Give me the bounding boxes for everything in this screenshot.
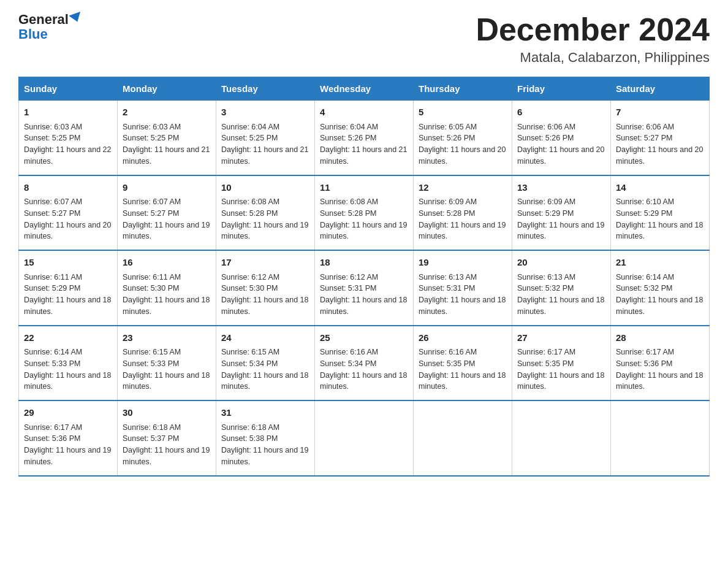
- calendar-day-cell: 28Sunrise: 6:17 AMSunset: 5:36 PMDayligh…: [611, 326, 710, 401]
- day-number: 14: [616, 181, 704, 195]
- calendar-day-cell: 23Sunrise: 6:15 AMSunset: 5:33 PMDayligh…: [118, 326, 216, 401]
- location-title: Matala, Calabarzon, Philippines: [476, 50, 710, 66]
- calendar-empty-cell: [611, 400, 710, 476]
- day-info: Sunrise: 6:14 AMSunset: 5:33 PMDaylight:…: [24, 347, 112, 393]
- calendar-day-cell: 31Sunrise: 6:18 AMSunset: 5:38 PMDayligh…: [216, 400, 315, 476]
- day-number: 4: [320, 105, 408, 120]
- calendar-day-cell: 14Sunrise: 6:10 AMSunset: 5:29 PMDayligh…: [611, 175, 710, 251]
- header-sunday: Sunday: [19, 77, 118, 101]
- day-info: Sunrise: 6:18 AMSunset: 5:38 PMDaylight:…: [221, 422, 309, 468]
- calendar-day-cell: 3Sunrise: 6:04 AMSunset: 5:25 PMDaylight…: [216, 101, 315, 175]
- day-info: Sunrise: 6:17 AMSunset: 5:36 PMDaylight:…: [24, 422, 112, 468]
- day-info: Sunrise: 6:05 AMSunset: 5:26 PMDaylight:…: [419, 121, 507, 167]
- day-info: Sunrise: 6:03 AMSunset: 5:25 PMDaylight:…: [123, 121, 211, 167]
- day-info: Sunrise: 6:11 AMSunset: 5:30 PMDaylight:…: [123, 272, 211, 318]
- header-wednesday: Wednesday: [315, 77, 414, 101]
- day-number: 8: [24, 181, 112, 195]
- day-number: 25: [320, 331, 408, 345]
- day-number: 21: [616, 256, 704, 270]
- day-info: Sunrise: 6:18 AMSunset: 5:37 PMDaylight:…: [123, 422, 211, 468]
- calendar-day-cell: 6Sunrise: 6:06 AMSunset: 5:26 PMDaylight…: [512, 101, 611, 175]
- day-info: Sunrise: 6:03 AMSunset: 5:25 PMDaylight:…: [24, 121, 112, 167]
- day-info: Sunrise: 6:06 AMSunset: 5:27 PMDaylight:…: [616, 121, 704, 167]
- calendar-day-cell: 7Sunrise: 6:06 AMSunset: 5:27 PMDaylight…: [611, 101, 710, 175]
- logo: General Blue: [18, 12, 82, 42]
- day-number: 30: [123, 406, 211, 420]
- calendar-day-cell: 10Sunrise: 6:08 AMSunset: 5:28 PMDayligh…: [216, 175, 315, 251]
- calendar-day-cell: 1Sunrise: 6:03 AMSunset: 5:25 PMDaylight…: [19, 101, 118, 175]
- calendar-empty-cell: [315, 400, 414, 476]
- calendar-day-cell: 26Sunrise: 6:16 AMSunset: 5:35 PMDayligh…: [414, 326, 512, 401]
- calendar-day-cell: 22Sunrise: 6:14 AMSunset: 5:33 PMDayligh…: [19, 326, 118, 401]
- day-info: Sunrise: 6:15 AMSunset: 5:33 PMDaylight:…: [123, 347, 211, 393]
- calendar-empty-cell: [512, 400, 611, 476]
- calendar-day-cell: 15Sunrise: 6:11 AMSunset: 5:29 PMDayligh…: [19, 250, 118, 326]
- day-info: Sunrise: 6:04 AMSunset: 5:25 PMDaylight:…: [221, 121, 309, 167]
- day-info: Sunrise: 6:07 AMSunset: 5:27 PMDaylight:…: [24, 196, 112, 242]
- day-number: 11: [320, 181, 408, 195]
- day-number: 15: [24, 256, 112, 270]
- day-number: 28: [616, 331, 704, 345]
- day-info: Sunrise: 6:15 AMSunset: 5:34 PMDaylight:…: [221, 347, 309, 393]
- calendar-day-cell: 20Sunrise: 6:13 AMSunset: 5:32 PMDayligh…: [512, 250, 611, 326]
- day-info: Sunrise: 6:12 AMSunset: 5:31 PMDaylight:…: [320, 272, 408, 318]
- day-info: Sunrise: 6:13 AMSunset: 5:32 PMDaylight:…: [517, 272, 605, 318]
- calendar-day-cell: 27Sunrise: 6:17 AMSunset: 5:35 PMDayligh…: [512, 326, 611, 401]
- day-info: Sunrise: 6:09 AMSunset: 5:29 PMDaylight:…: [517, 196, 605, 242]
- day-number: 24: [221, 331, 309, 345]
- day-info: Sunrise: 6:17 AMSunset: 5:36 PMDaylight:…: [616, 347, 704, 393]
- calendar-day-cell: 19Sunrise: 6:13 AMSunset: 5:31 PMDayligh…: [414, 250, 512, 326]
- day-number: 10: [221, 181, 309, 195]
- day-info: Sunrise: 6:17 AMSunset: 5:35 PMDaylight:…: [517, 347, 605, 393]
- calendar-week-row: 22Sunrise: 6:14 AMSunset: 5:33 PMDayligh…: [19, 326, 710, 401]
- page-header: General Blue December 2024 Matala, Calab…: [18, 12, 710, 66]
- day-number: 2: [123, 105, 211, 120]
- day-number: 12: [419, 181, 507, 195]
- day-info: Sunrise: 6:09 AMSunset: 5:28 PMDaylight:…: [419, 196, 507, 242]
- calendar-day-cell: 25Sunrise: 6:16 AMSunset: 5:34 PMDayligh…: [315, 326, 414, 401]
- calendar-header-row: SundayMondayTuesdayWednesdayThursdayFrid…: [19, 77, 710, 101]
- header-saturday: Saturday: [611, 77, 710, 101]
- calendar-day-cell: 17Sunrise: 6:12 AMSunset: 5:30 PMDayligh…: [216, 250, 315, 326]
- calendar-day-cell: 5Sunrise: 6:05 AMSunset: 5:26 PMDaylight…: [414, 101, 512, 175]
- day-info: Sunrise: 6:14 AMSunset: 5:32 PMDaylight:…: [616, 272, 704, 318]
- logo-blue: Blue: [18, 27, 48, 42]
- day-info: Sunrise: 6:08 AMSunset: 5:28 PMDaylight:…: [221, 196, 309, 242]
- calendar-day-cell: 13Sunrise: 6:09 AMSunset: 5:29 PMDayligh…: [512, 175, 611, 251]
- day-number: 31: [221, 406, 309, 420]
- calendar-day-cell: 21Sunrise: 6:14 AMSunset: 5:32 PMDayligh…: [611, 250, 710, 326]
- day-number: 27: [517, 331, 605, 345]
- day-number: 20: [517, 256, 605, 270]
- day-number: 23: [123, 331, 211, 345]
- calendar-day-cell: 2Sunrise: 6:03 AMSunset: 5:25 PMDaylight…: [118, 101, 216, 175]
- calendar-day-cell: 8Sunrise: 6:07 AMSunset: 5:27 PMDaylight…: [19, 175, 118, 251]
- calendar-day-cell: 18Sunrise: 6:12 AMSunset: 5:31 PMDayligh…: [315, 250, 414, 326]
- day-number: 19: [419, 256, 507, 270]
- month-title: December 2024: [476, 12, 710, 47]
- day-info: Sunrise: 6:13 AMSunset: 5:31 PMDaylight:…: [419, 272, 507, 318]
- calendar-week-row: 15Sunrise: 6:11 AMSunset: 5:29 PMDayligh…: [19, 250, 710, 326]
- calendar-week-row: 8Sunrise: 6:07 AMSunset: 5:27 PMDaylight…: [19, 175, 710, 251]
- day-number: 16: [123, 256, 211, 270]
- calendar-week-row: 29Sunrise: 6:17 AMSunset: 5:36 PMDayligh…: [19, 400, 710, 476]
- day-info: Sunrise: 6:06 AMSunset: 5:26 PMDaylight:…: [517, 121, 605, 167]
- calendar-day-cell: 12Sunrise: 6:09 AMSunset: 5:28 PMDayligh…: [414, 175, 512, 251]
- day-number: 18: [320, 256, 408, 270]
- title-block: December 2024 Matala, Calabarzon, Philip…: [476, 12, 710, 66]
- day-info: Sunrise: 6:10 AMSunset: 5:29 PMDaylight:…: [616, 196, 704, 242]
- day-number: 7: [616, 105, 704, 120]
- day-number: 17: [221, 256, 309, 270]
- calendar-day-cell: 30Sunrise: 6:18 AMSunset: 5:37 PMDayligh…: [118, 400, 216, 476]
- day-info: Sunrise: 6:04 AMSunset: 5:26 PMDaylight:…: [320, 121, 408, 167]
- day-number: 26: [419, 331, 507, 345]
- day-number: 3: [221, 105, 309, 120]
- logo-general: General: [18, 12, 69, 27]
- header-monday: Monday: [118, 77, 216, 101]
- day-info: Sunrise: 6:16 AMSunset: 5:34 PMDaylight:…: [320, 347, 408, 393]
- calendar-empty-cell: [414, 400, 512, 476]
- day-info: Sunrise: 6:07 AMSunset: 5:27 PMDaylight:…: [123, 196, 211, 242]
- calendar-day-cell: 24Sunrise: 6:15 AMSunset: 5:34 PMDayligh…: [216, 326, 315, 401]
- day-info: Sunrise: 6:11 AMSunset: 5:29 PMDaylight:…: [24, 272, 112, 318]
- calendar-day-cell: 29Sunrise: 6:17 AMSunset: 5:36 PMDayligh…: [19, 400, 118, 476]
- header-friday: Friday: [512, 77, 611, 101]
